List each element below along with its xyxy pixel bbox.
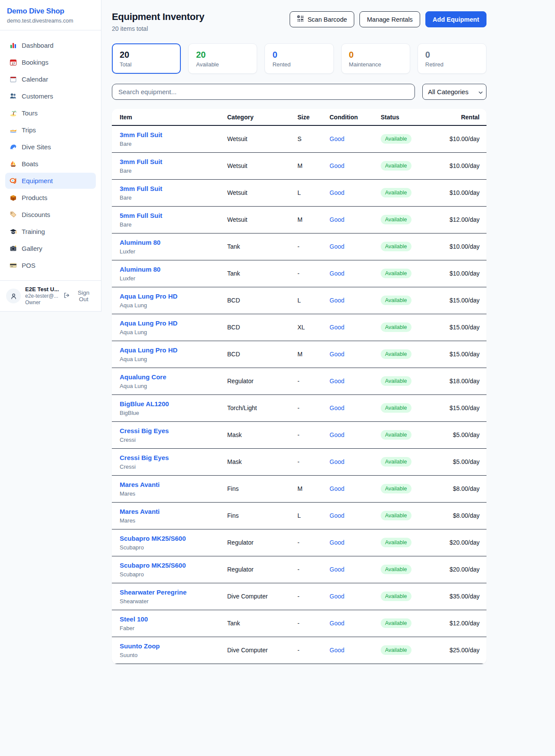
table-row[interactable]: 3mm Full Suit Bare Wetsuit M Good Availa… xyxy=(112,152,486,179)
condition-link[interactable]: Good xyxy=(330,404,344,411)
item-name-link[interactable]: Aqualung Core xyxy=(120,373,166,381)
condition-link[interactable]: Good xyxy=(330,324,344,331)
item-name-link[interactable]: Shearwater Peregrine xyxy=(120,588,186,596)
item-name-link[interactable]: Steel 100 xyxy=(120,615,148,623)
condition-link[interactable]: Good xyxy=(330,512,344,519)
category-select[interactable]: All Categories xyxy=(422,84,486,100)
stat-card-total[interactable]: 20 Total xyxy=(112,43,181,74)
item-name-link[interactable]: Mares Avanti xyxy=(120,508,160,515)
table-row[interactable]: 5mm Full Suit Bare Wetsuit M Good Availa… xyxy=(112,206,486,233)
item-name-link[interactable]: BigBlue AL1200 xyxy=(120,400,169,408)
item-size: - xyxy=(291,637,323,664)
stat-card-rented[interactable]: 0 Rented xyxy=(264,43,333,74)
item-category: Fins xyxy=(220,475,291,502)
user-section: E2E Test U... e2e-tester@... Owner Sign … xyxy=(0,280,101,311)
item-size: M xyxy=(291,152,323,179)
sidebar-item-products[interactable]: Products xyxy=(5,190,96,206)
table-row[interactable]: Aqualung Core Aqua Lung Regulator - Good… xyxy=(112,368,486,394)
item-name-link[interactable]: Aqua Lung Pro HD xyxy=(120,346,177,354)
sign-out-label: Sign Out xyxy=(72,289,95,302)
sidebar-item-dive-sites[interactable]: Dive Sites xyxy=(5,139,96,155)
sidebar-item-customers[interactable]: Customers xyxy=(5,88,96,104)
condition-link[interactable]: Good xyxy=(330,378,344,385)
stat-card-retired[interactable]: 0 Retired xyxy=(418,43,486,74)
condition-link[interactable]: Good xyxy=(330,243,344,250)
sidebar-item-discounts[interactable]: Discounts xyxy=(5,207,96,223)
item-name-link[interactable]: Cressi Big Eyes xyxy=(120,454,169,461)
table-row[interactable]: Aluminum 80 Luxfer Tank - Good Available… xyxy=(112,260,486,287)
table-row[interactable]: Shearwater Peregrine Shearwater Dive Com… xyxy=(112,583,486,610)
item-brand: Aqua Lung xyxy=(120,329,213,335)
item-name-link[interactable]: Aqua Lung Pro HD xyxy=(120,293,177,300)
table-row[interactable]: Scubapro MK25/S600 Scubapro Regulator - … xyxy=(112,529,486,556)
sidebar-item-label: Products xyxy=(22,194,47,201)
user-meta: E2E Test U... e2e-tester@... Owner xyxy=(25,286,59,306)
manage-rentals-button[interactable]: Manage Rentals xyxy=(359,11,420,27)
sidebar-item-dashboard[interactable]: Dashboard xyxy=(5,37,96,53)
item-name-link[interactable]: Aqua Lung Pro HD xyxy=(120,319,177,327)
table-row[interactable]: Aqua Lung Pro HD Aqua Lung BCD XL Good A… xyxy=(112,314,486,341)
item-name-link[interactable]: Scubapro MK25/S600 xyxy=(120,562,186,569)
condition-link[interactable]: Good xyxy=(330,270,344,277)
condition-link[interactable]: Good xyxy=(330,162,344,169)
condition-link[interactable]: Good xyxy=(330,566,344,573)
add-equipment-button[interactable]: Add Equipment xyxy=(425,11,486,27)
condition-link[interactable]: Good xyxy=(330,485,344,492)
condition-link[interactable]: Good xyxy=(330,189,344,196)
sidebar-item-label: Bookings xyxy=(22,59,49,66)
table-row[interactable]: Cressi Big Eyes Cressi Mask - Good Avail… xyxy=(112,448,486,475)
table-row[interactable]: Aluminum 80 Luxfer Tank - Good Available… xyxy=(112,233,486,260)
stat-card-available[interactable]: 20 Available xyxy=(188,43,257,74)
item-name-link[interactable]: Scubapro MK25/S600 xyxy=(120,535,186,542)
item-size: L xyxy=(291,502,323,529)
table-row[interactable]: Suunto Zoop Suunto Dive Computer - Good … xyxy=(112,637,486,664)
item-rental: $20.00/day xyxy=(439,529,486,556)
table-row[interactable]: Scubapro MK25/S600 Scubapro Regulator - … xyxy=(112,556,486,583)
table-row[interactable]: Steel 100 Faber Tank - Good Available $1… xyxy=(112,610,486,637)
table-row[interactable]: 3mm Full Suit Bare Wetsuit S Good Availa… xyxy=(112,125,486,152)
search-input[interactable] xyxy=(112,84,415,100)
item-name-link[interactable]: Suunto Zoop xyxy=(120,642,160,650)
sidebar-item-gallery[interactable]: Gallery xyxy=(5,240,96,256)
item-name-link[interactable]: 3mm Full Suit xyxy=(120,158,162,165)
sidebar-item-equipment[interactable]: Equipment xyxy=(5,173,96,189)
item-name-link[interactable]: Aluminum 80 xyxy=(120,266,160,273)
sidebar-item-label: POS xyxy=(22,262,36,269)
item-name-link[interactable]: 5mm Full Suit xyxy=(120,212,162,219)
item-name-link[interactable]: 3mm Full Suit xyxy=(120,131,162,138)
condition-link[interactable]: Good xyxy=(330,620,344,627)
stat-card-maintenance[interactable]: 0 Maintenance xyxy=(341,43,410,74)
sidebar-item-calendar[interactable]: Calendar xyxy=(5,71,96,87)
item-rental: $20.00/day xyxy=(439,556,486,583)
condition-link[interactable]: Good xyxy=(330,431,344,438)
sidebar-item-training[interactable]: Training xyxy=(5,224,96,240)
item-name-link[interactable]: Aluminum 80 xyxy=(120,239,160,246)
sign-out-button[interactable]: Sign Out xyxy=(63,289,95,302)
table-row[interactable]: 3mm Full Suit Bare Wetsuit L Good Availa… xyxy=(112,179,486,206)
condition-link[interactable]: Good xyxy=(330,351,344,358)
condition-link[interactable]: Good xyxy=(330,593,344,600)
condition-link[interactable]: Good xyxy=(330,458,344,465)
condition-link[interactable]: Good xyxy=(330,539,344,546)
sidebar-item-tours[interactable]: Tours xyxy=(5,105,96,121)
column-header-rental: Rental xyxy=(439,109,486,125)
condition-link[interactable]: Good xyxy=(330,135,344,142)
table-row[interactable]: BigBlue AL1200 BigBlue Torch/Light - Goo… xyxy=(112,394,486,421)
condition-link[interactable]: Good xyxy=(330,297,344,304)
condition-link[interactable]: Good xyxy=(330,647,344,654)
table-row[interactable]: Mares Avanti Mares Fins L Good Available… xyxy=(112,502,486,529)
item-name-link[interactable]: 3mm Full Suit xyxy=(120,185,162,192)
scan-barcode-button[interactable]: Scan Barcode xyxy=(290,11,354,27)
table-row[interactable]: Cressi Big Eyes Cressi Mask - Good Avail… xyxy=(112,421,486,448)
sidebar-item-bookings[interactable]: 17 Bookings xyxy=(5,54,96,70)
table-row[interactable]: Aqua Lung Pro HD Aqua Lung BCD L Good Av… xyxy=(112,287,486,314)
table-row[interactable]: Aqua Lung Pro HD Aqua Lung BCD M Good Av… xyxy=(112,341,486,368)
item-name-link[interactable]: Mares Avanti xyxy=(120,481,160,488)
table-row[interactable]: Mares Avanti Mares Fins M Good Available… xyxy=(112,475,486,502)
sidebar-item-pos[interactable]: POS xyxy=(5,257,96,273)
condition-link[interactable]: Good xyxy=(330,216,344,223)
item-name-link[interactable]: Cressi Big Eyes xyxy=(120,427,169,434)
item-category: Torch/Light xyxy=(220,394,291,421)
sidebar-item-trips[interactable]: Trips xyxy=(5,122,96,138)
sidebar-item-boats[interactable]: Boats xyxy=(5,156,96,172)
